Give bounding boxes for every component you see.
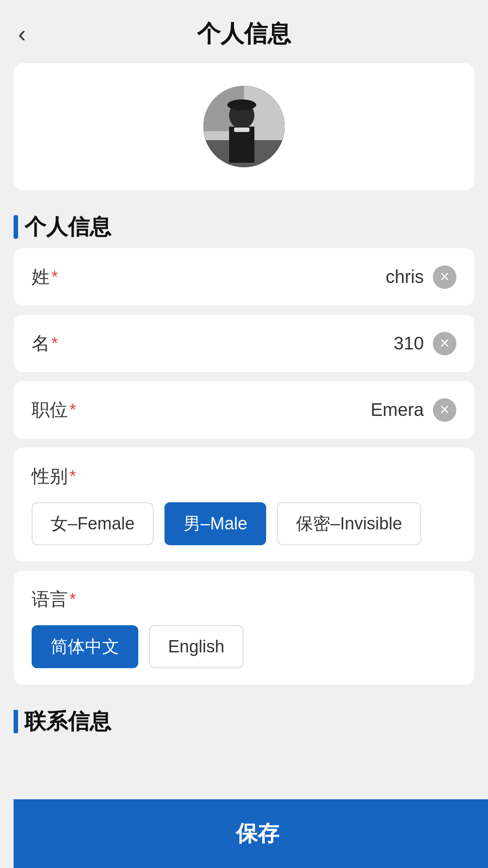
language-en-option[interactable]: English [149,625,244,668]
contact-section-title: 联系信息 [24,707,111,736]
gender-invisible-option[interactable]: 保密–Invisible [277,502,421,545]
section-bar [14,710,18,733]
back-button[interactable]: ‹ [18,22,26,46]
required-star: * [70,401,76,420]
language-zh-option[interactable]: 简体中文 [32,625,138,668]
page-title: 个人信息 [197,18,291,50]
section-bar [14,215,18,239]
gender-field: 性别* 女–Female 男–Male 保密–Invisible [14,448,474,561]
personal-section-title: 个人信息 [24,212,111,241]
gender-options: 女–Female 男–Male 保密–Invisible [32,502,456,545]
contact-section-header: 联系信息 [0,698,488,743]
avatar-card[interactable] [14,63,474,190]
required-star: * [70,467,76,486]
avatar[interactable] [203,86,285,167]
gender-label: 性别* [32,464,456,489]
position-value: Emera [371,400,424,420]
last-name-clear-button[interactable] [433,265,456,289]
gender-male-option[interactable]: 男–Male [164,502,267,545]
gender-female-option[interactable]: 女–Female [32,502,154,545]
save-button[interactable]: 保存 [14,799,488,868]
last-name-value: chris [386,267,424,287]
personal-section-header: 个人信息 [0,203,488,248]
required-star: * [52,268,58,287]
language-label: 语言* [32,587,456,612]
first-name-label: 名* [32,331,58,356]
header: ‹ 个人信息 [0,0,488,63]
position-field[interactable]: 职位* Emera [14,381,474,439]
last-name-label: 姓* [32,264,58,289]
language-options: 简体中文 English [32,625,456,668]
last-name-field[interactable]: 姓* chris [14,248,474,306]
position-clear-button[interactable] [433,398,456,422]
required-star: * [70,590,76,609]
language-field: 语言* 简体中文 English [14,571,474,684]
position-label: 职位* [32,397,76,422]
first-name-value: 310 [394,333,424,354]
svg-rect-7 [234,127,249,132]
svg-point-8 [227,99,256,110]
required-star: * [52,334,58,353]
first-name-field[interactable]: 名* 310 [14,315,474,372]
first-name-clear-button[interactable] [433,332,456,355]
